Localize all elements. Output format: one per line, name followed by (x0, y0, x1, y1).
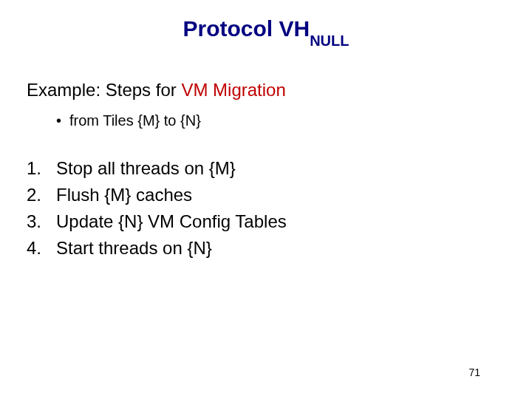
step-text: Update {N} VM Config Tables (56, 208, 287, 235)
step-number: 2. (27, 182, 56, 208)
list-item: 2. Flush {M} caches (27, 182, 287, 208)
slide-title: Protocol VHNULL (0, 16, 532, 45)
list-item: 4. Start threads on {N} (27, 235, 287, 262)
step-text: Start threads on {N} (56, 235, 212, 262)
title-subscript: NULL (310, 33, 349, 49)
step-number: 1. (27, 155, 56, 182)
step-text: Stop all threads on {M} (56, 155, 236, 182)
example-line: Example: Steps for VM Migration (27, 80, 286, 100)
steps-list: 1. Stop all threads on {M} 2. Flush {M} … (27, 155, 287, 262)
example-highlight: VM Migration (181, 80, 285, 100)
step-text: Flush {M} caches (56, 182, 192, 208)
step-number: 4. (27, 235, 56, 262)
slide: Protocol VHNULL Example: Steps for VM Mi… (0, 0, 532, 399)
slide-number: 71 (468, 366, 480, 378)
list-item: 3. Update {N} VM Config Tables (27, 208, 287, 235)
step-number: 3. (27, 208, 56, 235)
bullet-icon: • (56, 112, 69, 129)
sub-bullet: •from Tiles {M} to {N} (56, 112, 201, 129)
example-prefix: Example: Steps for (27, 80, 181, 100)
title-main: Protocol VH (183, 16, 310, 41)
list-item: 1. Stop all threads on {M} (27, 155, 287, 182)
bullet-text: from Tiles {M} to {N} (69, 112, 201, 129)
